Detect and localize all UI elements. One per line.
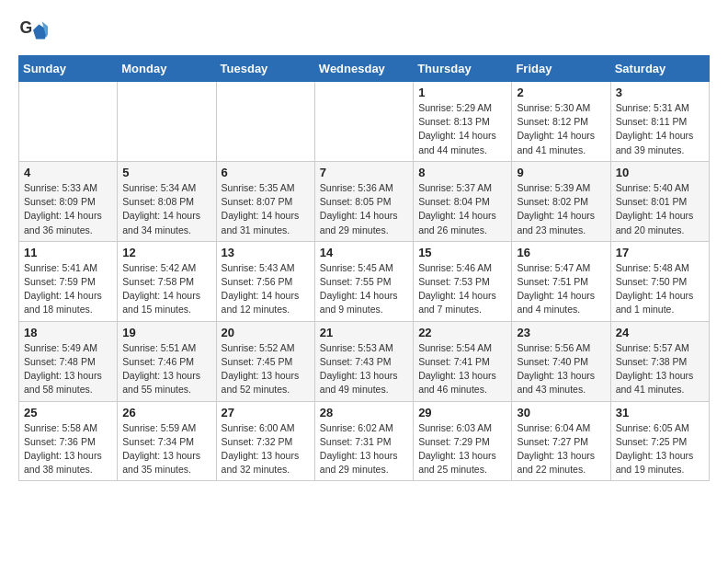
calendar-cell: 15Sunrise: 5:46 AM Sunset: 7:53 PM Dayli… xyxy=(414,241,512,321)
weekday-header-friday: Friday xyxy=(512,56,610,82)
day-number: 4 xyxy=(24,166,112,179)
day-info: Sunrise: 5:56 AM Sunset: 7:40 PM Dayligh… xyxy=(517,341,605,397)
day-number: 28 xyxy=(320,406,408,419)
day-number: 22 xyxy=(418,326,506,339)
day-info: Sunrise: 5:29 AM Sunset: 8:13 PM Dayligh… xyxy=(418,101,506,157)
day-info: Sunrise: 6:00 AM Sunset: 7:32 PM Dayligh… xyxy=(222,421,310,477)
day-number: 16 xyxy=(517,246,605,259)
calendar-cell: 6Sunrise: 5:35 AM Sunset: 8:07 PM Daylig… xyxy=(216,161,314,241)
weekday-header-tuesday: Tuesday xyxy=(216,56,314,82)
calendar-cell: 4Sunrise: 5:33 AM Sunset: 8:09 PM Daylig… xyxy=(19,161,118,241)
calendar-cell: 25Sunrise: 5:58 AM Sunset: 7:36 PM Dayli… xyxy=(19,401,118,481)
weekday-header-saturday: Saturday xyxy=(610,56,709,82)
calendar-cell xyxy=(216,82,314,162)
day-info: Sunrise: 5:42 AM Sunset: 7:58 PM Dayligh… xyxy=(122,261,210,317)
day-number: 30 xyxy=(517,406,605,419)
calendar-cell: 27Sunrise: 6:00 AM Sunset: 7:32 PM Dayli… xyxy=(216,401,314,481)
day-info: Sunrise: 5:35 AM Sunset: 8:07 PM Dayligh… xyxy=(222,181,310,237)
day-number: 19 xyxy=(122,326,210,339)
day-info: Sunrise: 5:49 AM Sunset: 7:48 PM Dayligh… xyxy=(24,341,112,397)
calendar-week-row: 11Sunrise: 5:41 AM Sunset: 7:59 PM Dayli… xyxy=(19,241,710,321)
day-number: 31 xyxy=(616,406,704,419)
day-number: 25 xyxy=(24,406,112,419)
calendar-cell: 5Sunrise: 5:34 AM Sunset: 8:08 PM Daylig… xyxy=(118,161,216,241)
day-info: Sunrise: 5:40 AM Sunset: 8:01 PM Dayligh… xyxy=(616,181,704,237)
day-info: Sunrise: 6:02 AM Sunset: 7:31 PM Dayligh… xyxy=(320,421,408,477)
calendar-cell: 8Sunrise: 5:37 AM Sunset: 8:04 PM Daylig… xyxy=(414,161,512,241)
calendar-week-row: 4Sunrise: 5:33 AM Sunset: 8:09 PM Daylig… xyxy=(19,161,710,241)
calendar-cell: 14Sunrise: 5:45 AM Sunset: 7:55 PM Dayli… xyxy=(314,241,413,321)
calendar-week-row: 25Sunrise: 5:58 AM Sunset: 7:36 PM Dayli… xyxy=(19,401,710,481)
calendar-cell: 26Sunrise: 5:59 AM Sunset: 7:34 PM Dayli… xyxy=(118,401,216,481)
calendar-cell: 10Sunrise: 5:40 AM Sunset: 8:01 PM Dayli… xyxy=(610,161,709,241)
calendar-cell: 11Sunrise: 5:41 AM Sunset: 7:59 PM Dayli… xyxy=(19,241,118,321)
day-info: Sunrise: 6:05 AM Sunset: 7:25 PM Dayligh… xyxy=(616,421,704,477)
calendar-cell: 13Sunrise: 5:43 AM Sunset: 7:56 PM Dayli… xyxy=(216,241,314,321)
calendar-cell xyxy=(19,82,118,162)
calendar-cell: 20Sunrise: 5:52 AM Sunset: 7:45 PM Dayli… xyxy=(216,321,314,401)
day-number: 13 xyxy=(222,246,310,259)
day-info: Sunrise: 5:43 AM Sunset: 7:56 PM Dayligh… xyxy=(222,261,310,317)
calendar-cell xyxy=(314,82,413,162)
calendar-cell: 29Sunrise: 6:03 AM Sunset: 7:29 PM Dayli… xyxy=(414,401,512,481)
day-info: Sunrise: 6:03 AM Sunset: 7:29 PM Dayligh… xyxy=(418,421,506,477)
day-info: Sunrise: 6:04 AM Sunset: 7:27 PM Dayligh… xyxy=(517,421,605,477)
day-info: Sunrise: 5:52 AM Sunset: 7:45 PM Dayligh… xyxy=(222,341,310,397)
day-number: 17 xyxy=(616,246,704,259)
day-number: 9 xyxy=(517,166,605,179)
page-header: G xyxy=(18,18,710,48)
day-info: Sunrise: 5:30 AM Sunset: 8:12 PM Dayligh… xyxy=(517,101,605,157)
calendar-cell: 1Sunrise: 5:29 AM Sunset: 8:13 PM Daylig… xyxy=(414,82,512,162)
weekday-header-wednesday: Wednesday xyxy=(314,56,413,82)
day-info: Sunrise: 5:48 AM Sunset: 7:50 PM Dayligh… xyxy=(616,261,704,317)
calendar-cell: 16Sunrise: 5:47 AM Sunset: 7:51 PM Dayli… xyxy=(512,241,610,321)
day-info: Sunrise: 5:54 AM Sunset: 7:41 PM Dayligh… xyxy=(418,341,506,397)
day-number: 1 xyxy=(418,86,506,99)
weekday-header-row: SundayMondayTuesdayWednesdayThursdayFrid… xyxy=(19,56,710,82)
weekday-header-monday: Monday xyxy=(118,56,216,82)
day-number: 20 xyxy=(222,326,310,339)
weekday-header-thursday: Thursday xyxy=(414,56,512,82)
logo: G xyxy=(18,18,51,48)
day-number: 6 xyxy=(222,166,310,179)
day-number: 18 xyxy=(24,326,112,339)
day-number: 12 xyxy=(122,246,210,259)
day-info: Sunrise: 5:39 AM Sunset: 8:02 PM Dayligh… xyxy=(517,181,605,237)
day-info: Sunrise: 5:41 AM Sunset: 7:59 PM Dayligh… xyxy=(24,261,112,317)
calendar-cell: 3Sunrise: 5:31 AM Sunset: 8:11 PM Daylig… xyxy=(610,82,709,162)
calendar-cell: 2Sunrise: 5:30 AM Sunset: 8:12 PM Daylig… xyxy=(512,82,610,162)
calendar-cell: 30Sunrise: 6:04 AM Sunset: 7:27 PM Dayli… xyxy=(512,401,610,481)
logo-icon: G xyxy=(18,18,48,48)
calendar-table: SundayMondayTuesdayWednesdayThursdayFrid… xyxy=(18,55,710,481)
day-number: 14 xyxy=(320,246,408,259)
calendar-cell: 9Sunrise: 5:39 AM Sunset: 8:02 PM Daylig… xyxy=(512,161,610,241)
day-number: 29 xyxy=(418,406,506,419)
calendar-cell: 17Sunrise: 5:48 AM Sunset: 7:50 PM Dayli… xyxy=(610,241,709,321)
day-info: Sunrise: 5:33 AM Sunset: 8:09 PM Dayligh… xyxy=(24,181,112,237)
calendar-cell xyxy=(118,82,216,162)
day-info: Sunrise: 5:34 AM Sunset: 8:08 PM Dayligh… xyxy=(122,181,210,237)
weekday-header-sunday: Sunday xyxy=(19,56,118,82)
day-number: 2 xyxy=(517,86,605,99)
day-number: 26 xyxy=(122,406,210,419)
day-info: Sunrise: 5:37 AM Sunset: 8:04 PM Dayligh… xyxy=(418,181,506,237)
calendar-cell: 18Sunrise: 5:49 AM Sunset: 7:48 PM Dayli… xyxy=(19,321,118,401)
day-number: 7 xyxy=(320,166,408,179)
day-number: 24 xyxy=(616,326,704,339)
day-info: Sunrise: 5:46 AM Sunset: 7:53 PM Dayligh… xyxy=(418,261,506,317)
day-info: Sunrise: 5:59 AM Sunset: 7:34 PM Dayligh… xyxy=(122,421,210,477)
day-info: Sunrise: 5:36 AM Sunset: 8:05 PM Dayligh… xyxy=(320,181,408,237)
day-number: 23 xyxy=(517,326,605,339)
day-info: Sunrise: 5:53 AM Sunset: 7:43 PM Dayligh… xyxy=(320,341,408,397)
day-number: 3 xyxy=(616,86,704,99)
calendar-week-row: 18Sunrise: 5:49 AM Sunset: 7:48 PM Dayli… xyxy=(19,321,710,401)
calendar-week-row: 1Sunrise: 5:29 AM Sunset: 8:13 PM Daylig… xyxy=(19,82,710,162)
day-number: 15 xyxy=(418,246,506,259)
day-info: Sunrise: 5:45 AM Sunset: 7:55 PM Dayligh… xyxy=(320,261,408,317)
day-number: 27 xyxy=(222,406,310,419)
calendar-cell: 24Sunrise: 5:57 AM Sunset: 7:38 PM Dayli… xyxy=(610,321,709,401)
calendar-cell: 21Sunrise: 5:53 AM Sunset: 7:43 PM Dayli… xyxy=(314,321,413,401)
calendar-cell: 28Sunrise: 6:02 AM Sunset: 7:31 PM Dayli… xyxy=(314,401,413,481)
calendar-cell: 23Sunrise: 5:56 AM Sunset: 7:40 PM Dayli… xyxy=(512,321,610,401)
day-number: 5 xyxy=(122,166,210,179)
